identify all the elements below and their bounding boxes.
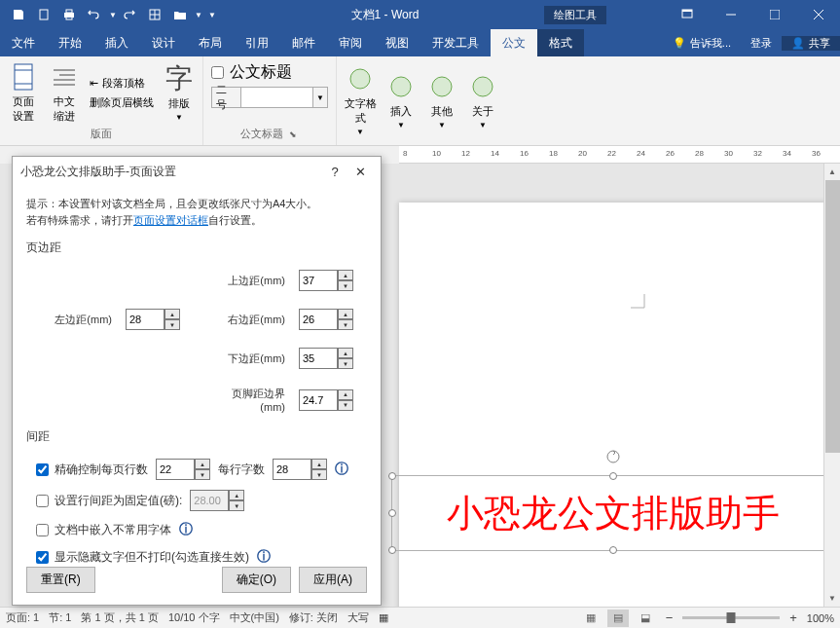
delete-header-line-button[interactable]: 删除页眉横线 <box>86 93 158 112</box>
macro-icon[interactable]: ▦ <box>379 611 388 624</box>
maximize-button[interactable] <box>752 0 796 29</box>
login-button[interactable]: 登录 <box>741 36 782 51</box>
status-caps[interactable]: 大写 <box>347 610 369 625</box>
resize-handle[interactable] <box>609 472 617 480</box>
lines-per-page-spinner[interactable]: ▲▼ <box>156 459 210 480</box>
margin-group-title: 页边距 <box>26 240 367 256</box>
tab-design[interactable]: 设计 <box>140 29 187 56</box>
tab-mail[interactable]: 邮件 <box>280 29 327 56</box>
typeset-icon: 字 <box>164 63 195 94</box>
zoom-in-button[interactable]: + <box>785 610 801 625</box>
fixed-spacing-spinner[interactable]: ▲▼ <box>190 490 244 511</box>
tab-view[interactable]: 视图 <box>374 29 420 56</box>
dialog-title: 小恐龙公文排版助手-页面设置 <box>20 164 322 180</box>
view-print-button[interactable]: ▤ <box>607 610 629 627</box>
dialog-launcher-icon[interactable]: ⬊ <box>287 129 299 139</box>
person-icon: 👤 <box>791 37 805 50</box>
typeset-button[interactable]: 字 排版▼ <box>160 61 199 124</box>
zoom-level[interactable]: 100% <box>807 612 834 624</box>
embed-font-checkbox[interactable]: 文档中嵌入不常用字体 <box>36 522 171 538</box>
tab-insert[interactable]: 插入 <box>93 29 140 56</box>
quick-access-toolbar: ▼ ▼ ▼ <box>0 4 226 25</box>
tab-gongwen[interactable]: 公文 <box>491 29 537 56</box>
left-margin-spinner[interactable]: ▲▼ <box>126 309 180 330</box>
insert-ribbon-button[interactable]: 插入▼ <box>382 69 420 131</box>
cn-indent-button[interactable]: 中文 缩进 <box>45 59 84 126</box>
tab-layout[interactable]: 布局 <box>187 29 234 56</box>
document-page[interactable]: 小恐龙公文排版助手 <box>399 203 827 607</box>
vertical-scrollbar[interactable]: ▲ ▼ <box>823 164 840 607</box>
open-dropdown-icon[interactable]: ▼ <box>195 11 201 19</box>
fixed-spacing-checkbox[interactable]: 设置行间距为固定值(磅): <box>36 493 182 509</box>
group-layout-label: 版面 <box>91 127 112 141</box>
page-setup-button[interactable]: 页面 设置 <box>4 59 43 126</box>
undo-button[interactable] <box>84 4 105 25</box>
tab-references[interactable]: 引用 <box>234 29 280 56</box>
share-button[interactable]: 👤共享 <box>782 36 840 51</box>
tell-me-search[interactable]: 💡告诉我... <box>663 36 741 51</box>
qat-customize-icon[interactable]: ▼ <box>208 11 218 19</box>
zoom-out-button[interactable]: − <box>662 610 677 625</box>
rotate-handle-icon[interactable] <box>605 449 621 468</box>
tab-dev[interactable]: 开发工具 <box>420 29 491 56</box>
info-icon[interactable]: ⓘ <box>179 521 193 538</box>
text-box[interactable]: 小恐龙公文排版助手 <box>391 475 835 551</box>
bottom-margin-spinner[interactable]: ▲▼ <box>299 348 353 369</box>
ok-button[interactable]: 确定(O) <box>222 567 291 593</box>
ribbon-options-button[interactable] <box>665 0 709 29</box>
tab-format[interactable]: 格式 <box>537 29 584 56</box>
lines-per-page-checkbox[interactable]: 精确控制每页行数 <box>36 462 148 478</box>
text-format-button[interactable]: 文字格 式▼ <box>341 61 380 138</box>
status-page-of[interactable]: 第 1 页，共 1 页 <box>81 610 158 625</box>
other-icon <box>426 71 457 102</box>
resize-handle[interactable] <box>388 546 396 554</box>
close-button[interactable] <box>796 0 840 29</box>
scroll-down-icon[interactable]: ▼ <box>824 590 840 607</box>
scroll-up-icon[interactable]: ▲ <box>824 164 840 180</box>
dialog-help-button[interactable]: ? <box>322 161 347 182</box>
chars-per-line-spinner[interactable]: ▲▼ <box>273 459 327 480</box>
tab-review[interactable]: 审阅 <box>327 29 374 56</box>
doc-title-checkbox[interactable]: 公文标题 <box>211 62 292 83</box>
tab-file[interactable]: 文件 <box>0 29 47 56</box>
status-lang[interactable]: 中文(中国) <box>230 610 279 625</box>
print-button[interactable] <box>58 4 80 25</box>
open-button[interactable] <box>169 4 191 25</box>
hidden-text-checkbox[interactable]: 显示隐藏文字但不打印(勾选直接生效) <box>36 549 249 566</box>
resize-handle[interactable] <box>388 472 396 480</box>
resize-handle[interactable] <box>609 546 617 554</box>
horizontal-ruler[interactable]: 81012141618202224262830323436 <box>399 146 840 164</box>
dialog-close-button[interactable]: ✕ <box>347 161 373 182</box>
top-margin-spinner[interactable]: ▲▼ <box>299 270 353 291</box>
redo-button[interactable] <box>119 4 140 25</box>
info-icon[interactable]: ⓘ <box>257 548 271 566</box>
text-format-icon <box>345 63 376 94</box>
font-size-combo[interactable]: 二号 ▼ <box>211 87 328 108</box>
about-button[interactable]: 关于▼ <box>463 69 502 131</box>
status-section[interactable]: 节: 1 <box>49 610 71 625</box>
info-icon[interactable]: ⓘ <box>335 461 348 478</box>
view-web-button[interactable]: ⬓ <box>635 610 656 627</box>
table-button[interactable] <box>144 4 165 25</box>
paragraph-top-button[interactable]: ⇤段落顶格 <box>86 74 158 92</box>
tab-home[interactable]: 开始 <box>47 29 93 56</box>
status-chars[interactable]: 10/10 个字 <box>168 610 220 625</box>
minimize-button[interactable] <box>709 0 752 29</box>
right-margin-spinner[interactable]: ▲▼ <box>299 309 353 330</box>
status-page[interactable]: 页面: 1 <box>6 610 39 625</box>
save-button[interactable] <box>8 4 29 25</box>
resize-handle[interactable] <box>388 509 396 517</box>
scroll-thumb[interactable] <box>825 180 840 453</box>
apply-button[interactable]: 应用(A) <box>299 567 367 593</box>
new-button[interactable] <box>33 4 55 25</box>
page-setup-link[interactable]: 页面设置对话框 <box>133 214 208 226</box>
view-read-button[interactable]: ▦ <box>580 610 602 627</box>
status-revision[interactable]: 修订: 关闭 <box>289 610 338 625</box>
dialog-titlebar[interactable]: 小恐龙公文排版助手-页面设置 ? ✕ <box>13 157 381 186</box>
footer-margin-spinner[interactable]: ▲▼ <box>299 389 353 411</box>
other-button[interactable]: 其他▼ <box>422 69 461 131</box>
undo-dropdown-icon[interactable]: ▼ <box>109 11 115 19</box>
zoom-slider[interactable] <box>682 616 780 619</box>
textbox-content[interactable]: 小恐龙公文排版助手 <box>447 489 780 538</box>
reset-button[interactable]: 重置(R) <box>26 567 95 593</box>
